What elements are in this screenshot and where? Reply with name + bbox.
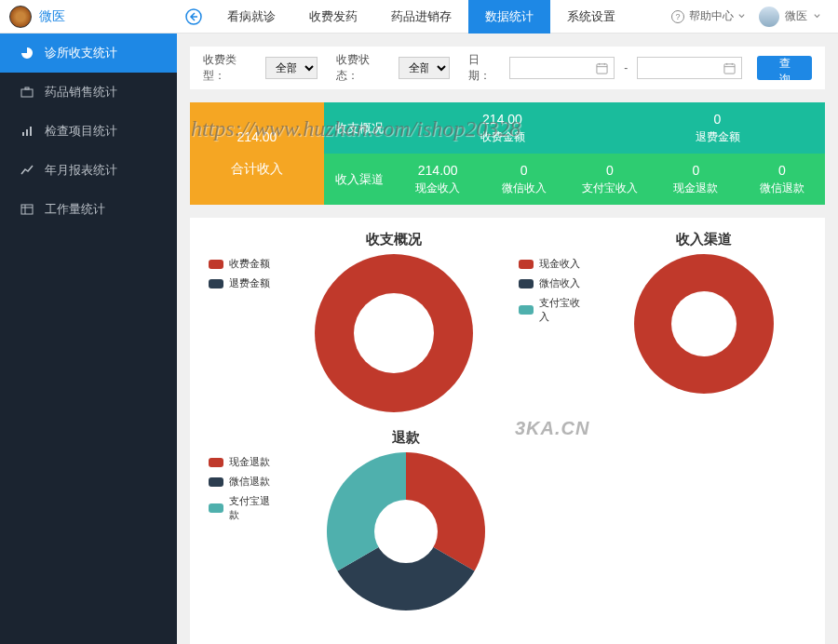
calendar-icon (723, 62, 736, 74)
legend-item[interactable]: 支付宝退款 (209, 494, 279, 522)
brand: 微医 (39, 8, 65, 25)
stat-cell-label: 现金退款 (673, 181, 718, 196)
nav-item[interactable]: 收费发药 (292, 0, 374, 34)
chart-title: 收支概况 (366, 231, 422, 248)
line-icon (20, 164, 34, 177)
svg-point-22 (671, 291, 737, 356)
filter-bar: 收费类型： 全部 收费状态： 全部 日期： - 查询 (190, 47, 825, 89)
date-separator: - (620, 61, 631, 74)
sidebar-item[interactable]: 诊所收支统计 (0, 34, 177, 73)
stat-cell-label: 收费金额 (480, 129, 525, 145)
chart-title: 收入渠道 (676, 231, 732, 248)
bar-icon (20, 125, 34, 138)
sidebar-item[interactable]: 药品销售统计 (0, 73, 177, 112)
chart-area: 收支概况 (279, 231, 507, 412)
user-menu[interactable]: 微医 (759, 7, 821, 27)
chart-cell: 现金收入微信收入支付宝收入收入渠道 (507, 231, 818, 412)
logo-area: 微医 (0, 6, 177, 28)
stat-cell-label: 退费金额 (696, 129, 740, 145)
legend-item[interactable]: 退费金额 (209, 276, 279, 290)
legend-label: 微信收入 (539, 276, 580, 290)
sidebar-item-label: 检查项目统计 (45, 123, 117, 140)
legend-label: 退费金额 (229, 276, 270, 290)
help-label: 帮助中心 (689, 8, 734, 24)
stat-cell: 0现金退款 (653, 163, 738, 196)
legend-item[interactable]: 现金退款 (209, 455, 279, 469)
legend-swatch (209, 279, 223, 288)
chart-cell: 现金退款微信退款支付宝退款退款 (197, 429, 533, 610)
sidebar: 诊所收支统计药品销售统计检查项目统计年月报表统计工作量统计 (0, 34, 177, 644)
stat-cell-value: 0 (693, 163, 700, 178)
sidebar-item[interactable]: 工作量统计 (0, 190, 177, 229)
top-nav: 看病就诊收费发药药品进销存数据统计系统设置 (210, 0, 632, 34)
stat-cell-value: 0 (606, 163, 614, 178)
date-from-input[interactable] (509, 57, 615, 79)
logo-icon (9, 6, 32, 28)
nav-item[interactable]: 系统设置 (550, 0, 632, 34)
legend-swatch (519, 305, 534, 315)
svg-rect-7 (30, 127, 32, 136)
stat-cell: 0微信收入 (480, 163, 566, 196)
legend-label: 收费金额 (229, 257, 270, 271)
avatar-icon (759, 7, 779, 27)
chart-area: 退款 (279, 429, 533, 610)
legend-label: 支付宝收入 (539, 296, 589, 324)
stat-cell-label: 现金收入 (415, 181, 460, 196)
legend-item[interactable]: 现金收入 (519, 257, 589, 271)
nav-item[interactable]: 看病就诊 (210, 0, 292, 34)
table-icon (20, 203, 34, 216)
pie-icon (20, 47, 34, 60)
stat-strip: 214.00 合计收入 收支概况214.00收费金额0退费金额收入渠道214.0… (190, 102, 825, 205)
stat-cell: 214.00收费金额 (395, 112, 610, 145)
legend-swatch (519, 260, 534, 269)
svg-text:?: ? (675, 12, 680, 21)
stat-row-label: 收入渠道 (324, 171, 395, 188)
legend-label: 现金收入 (539, 257, 580, 271)
header-right: ? 帮助中心 微医 (670, 7, 838, 27)
main-content: 收费类型： 全部 收费状态： 全部 日期： - 查询 214.00 合计收入 收… (177, 34, 838, 644)
legend-swatch (209, 260, 223, 269)
date-to-input[interactable] (637, 57, 742, 79)
filter-type-select[interactable]: 全部 (265, 57, 318, 79)
sidebar-item[interactable]: 检查项目统计 (0, 112, 177, 151)
filter-date-label: 日期： (468, 52, 500, 84)
chart-cell: 收费金额退费金额收支概况 (197, 231, 507, 412)
sidebar-item-label: 年月报表统计 (45, 162, 117, 179)
stat-total-value: 214.00 (237, 129, 277, 144)
chart-title: 退款 (392, 429, 420, 447)
header: 微医 看病就诊收费发药药品进销存数据统计系统设置 ? 帮助中心 微医 (0, 0, 838, 34)
legend-item[interactable]: 微信收入 (519, 276, 589, 290)
stat-cell-value: 0 (778, 163, 786, 178)
sidebar-item-label: 药品销售统计 (45, 84, 117, 101)
svg-rect-4 (25, 87, 29, 89)
stat-cell: 0退费金额 (610, 112, 825, 145)
help-center[interactable]: ? 帮助中心 (670, 8, 746, 24)
stat-cell-value: 214.00 (482, 112, 522, 127)
svg-rect-6 (26, 129, 28, 136)
filter-status-select[interactable]: 全部 (399, 57, 451, 79)
legend-item[interactable]: 微信退款 (209, 475, 279, 489)
stat-total: 214.00 合计收入 (190, 102, 324, 205)
stat-cell-label: 微信退款 (760, 181, 804, 196)
legend-label: 微信退款 (229, 475, 270, 489)
stat-cell-value: 214.00 (418, 163, 458, 178)
legend-item[interactable]: 支付宝收入 (519, 296, 589, 324)
stat-cell-value: 0 (520, 163, 528, 178)
svg-rect-11 (597, 63, 607, 73)
chevron-down-icon (813, 12, 821, 20)
sidebar-item[interactable]: 年月报表统计 (0, 151, 177, 190)
legend-item[interactable]: 收费金额 (209, 257, 279, 271)
stat-row-label: 收支概况 (324, 120, 395, 137)
svg-rect-3 (21, 89, 33, 97)
collapse-button[interactable] (177, 0, 210, 34)
chart-legend: 现金退款微信退款支付宝退款 (197, 429, 279, 610)
case-icon (20, 86, 34, 99)
stat-row: 收支概况214.00收费金额0退费金额 (324, 102, 825, 154)
chart-area: 收入渠道 (589, 231, 818, 412)
stat-cell: 0支付宝收入 (567, 163, 653, 196)
nav-item[interactable]: 药品进销存 (374, 0, 468, 34)
charts-card: 收费金额退费金额收支概况现金收入微信收入支付宝收入收入渠道现金退款微信退款支付宝… (190, 218, 825, 644)
nav-item[interactable]: 数据统计 (468, 0, 550, 34)
query-button[interactable]: 查询 (757, 56, 812, 80)
user-name: 微医 (785, 8, 807, 24)
